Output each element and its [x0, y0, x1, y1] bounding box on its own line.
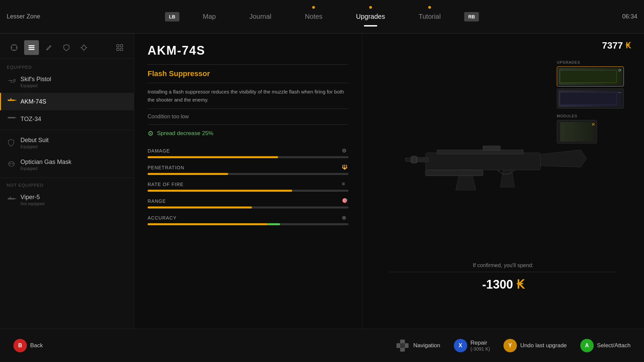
sidebar-item-optician-gas-mask[interactable]: Optician Gas Mask Equipped	[0, 154, 134, 176]
crosshair-icon-btn[interactable]	[7, 40, 21, 55]
stat-row-range: RANGE 🎯	[148, 198, 348, 208]
akm74s-name: AKM-74S	[20, 98, 46, 105]
module-slot-x-icon: ✕	[591, 122, 595, 127]
stat-row-accuracy: ACCURACY ⊕	[148, 215, 348, 225]
upgrade-slot-2[interactable]: ⋯	[557, 88, 624, 109]
sidebar-divider-2	[0, 178, 134, 178]
svg-rect-28	[426, 153, 541, 170]
confirm-amount: -1300 ₭	[362, 278, 644, 292]
fullscreen-icon-btn[interactable]	[112, 40, 127, 55]
top-bar-right: 06:34	[622, 13, 637, 20]
not-equipped-label: Not equipped	[0, 180, 134, 189]
range-icon: 🎯	[342, 198, 348, 204]
upgrade-name-divider	[148, 83, 348, 83]
sidebar-item-skifs-pistol[interactable]: Skif's Pistol Equipped	[0, 71, 134, 93]
bottom-bar: B Back Navigation X Repair (-3091 K) Y U…	[0, 328, 644, 362]
svg-rect-7	[29, 49, 35, 50]
rate-of-fire-label: RATE OF FIRE	[148, 182, 183, 187]
currency-icon: ₭	[626, 41, 631, 50]
tab-upgrades[interactable]: Upgrades	[339, 9, 402, 24]
svg-rect-15	[117, 48, 119, 51]
x-button[interactable]: X	[454, 339, 467, 352]
penetration-bar-fill	[148, 173, 228, 175]
bonus-icon: ⚙	[148, 129, 154, 137]
pencil-icon-btn[interactable]	[42, 40, 56, 55]
sidebar-item-debut-suit[interactable]: Debut Suit Equipped	[0, 132, 134, 154]
tab-map[interactable]: Map	[186, 9, 233, 24]
confirm-divider	[389, 272, 617, 272]
confirm-label: If confirmed, you'll spend:	[362, 262, 644, 268]
scope-icon-btn[interactable]	[76, 40, 91, 55]
y-button[interactable]: Y	[503, 339, 517, 352]
accuracy-bar-fill	[148, 223, 268, 225]
stat-bonus: ⚙ Spread decrease 25%	[148, 129, 348, 137]
condition-divider	[148, 124, 348, 125]
confirm-amount-value: -1300	[482, 278, 513, 291]
rate-of-fire-icon: ≡	[342, 181, 348, 188]
module-slot-1[interactable]: ✕	[557, 120, 597, 143]
shield-icon-btn[interactable]	[59, 40, 74, 55]
svg-rect-21	[15, 117, 16, 118]
upgrades-panel-label: UPGRADES	[557, 60, 634, 64]
svg-point-24	[12, 163, 13, 164]
undo-action[interactable]: Y Undo last upgrade	[503, 339, 567, 352]
accuracy-label: ACCURACY	[148, 215, 177, 221]
notes-dot	[312, 6, 315, 9]
svg-rect-17	[8, 100, 14, 101]
shotgun-icon	[8, 115, 16, 123]
lb-button[interactable]: LB	[165, 12, 179, 21]
rifle2-icon	[8, 196, 16, 204]
sidebar-divider-1	[0, 130, 134, 130]
penetration-icon: 🔱	[342, 164, 348, 171]
skifs-pistol-sub: Equipped	[20, 83, 51, 88]
upgrade-slots-list: ⟳ ⋯	[557, 66, 634, 109]
select-label: Select/Attach	[597, 342, 631, 349]
svg-point-8	[82, 46, 86, 50]
modules-panel-label: MODULES	[557, 114, 634, 118]
stat-row-damage: DAMAGE ⚙	[148, 147, 348, 158]
navigation-action[interactable]: Navigation	[395, 338, 440, 353]
rb-button[interactable]: RB	[464, 12, 479, 21]
tab-tutorial[interactable]: Tutorial	[402, 9, 458, 24]
slot1-img	[558, 68, 622, 85]
nav-tabs: LB Map Journal Notes Upgrades Tutorial R…	[165, 9, 479, 24]
damage-icon: ⚙	[342, 147, 348, 154]
repair-label: Repair	[471, 340, 490, 346]
b-button[interactable]: B	[13, 339, 27, 352]
select-action[interactable]: A Select/Attach	[580, 339, 631, 352]
module-slot-img	[560, 122, 594, 141]
currency-amount: 7377	[602, 40, 623, 51]
tab-journal[interactable]: Journal	[232, 9, 288, 24]
svg-rect-14	[120, 45, 123, 47]
penetration-bar-bg	[148, 173, 348, 175]
equipped-label: Equipped	[0, 62, 134, 71]
slot2-img	[558, 90, 622, 107]
rate-of-fire-bar-bg	[148, 190, 348, 192]
sidebar-item-akm74s[interactable]: AKM-74S	[0, 93, 134, 110]
range-bar-fill	[148, 206, 252, 208]
svg-rect-34	[411, 156, 417, 163]
sidebar-item-viper5[interactable]: Viper-5 Not equipped	[0, 189, 134, 211]
repair-action[interactable]: X Repair (-3091 K)	[454, 339, 490, 352]
svg-point-23	[9, 163, 11, 164]
list-icon-btn[interactable]	[24, 40, 39, 55]
right-panel: 7377 ₭	[362, 34, 644, 328]
sidebar-item-toz34[interactable]: TOZ-34	[0, 110, 134, 128]
armor-icon	[8, 139, 16, 147]
svg-rect-16	[120, 48, 123, 51]
tab-notes[interactable]: Notes	[288, 9, 339, 24]
svg-rect-31	[426, 170, 483, 176]
svg-rect-25	[8, 198, 14, 199]
left-panel: AKM-74S Flash Suppressor Installing a fl…	[134, 34, 362, 328]
a-button[interactable]: A	[580, 339, 594, 352]
back-action[interactable]: B Back	[13, 339, 43, 352]
currency-display: 7377 ₭	[602, 40, 631, 51]
rate-of-fire-bar-fill	[148, 190, 292, 192]
upgrade-slot-1[interactable]: ⟳	[557, 66, 624, 86]
toz34-name: TOZ-34	[20, 116, 41, 123]
undo-label: Undo last upgrade	[520, 342, 567, 349]
skifs-pistol-name: Skif's Pistol	[20, 76, 51, 83]
pistol-icon	[8, 78, 16, 86]
debut-suit-sub: Equipped	[20, 144, 49, 149]
slot1-icon: ⟳	[618, 68, 622, 73]
